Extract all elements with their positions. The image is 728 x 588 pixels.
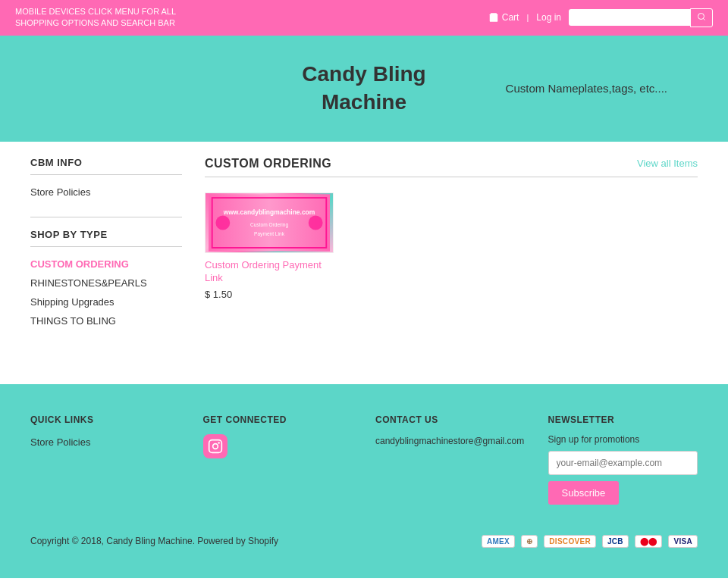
amex-icon: AMEX [482,535,515,548]
visa-icon: VISA [668,535,698,548]
top-bar-message: MOBILE DEVICES CLICK MENU FOR ALL SHOPPI… [15,6,176,30]
mastercard-icon: ⬤⬤ [635,535,663,548]
product-banner-svg: www.candyblingmachine.com Custom Orderin… [209,192,330,253]
svg-point-10 [212,443,218,449]
footer-quick-links-title: QUICK LINKS [30,414,180,425]
footer-newsletter: NEWSLETTER Sign up for promotions Subscr… [548,414,698,505]
main-container: CBM INFO Store Policies SHOP BY TYPE CUS… [0,142,728,369]
svg-point-11 [218,442,220,444]
footer-contact-email: candyblingmachinestore@gmail.com [375,436,524,446]
sidebar-item-things-to-bling[interactable]: THINGS TO BLING [30,311,182,330]
site-tagline: Custom Nameplates,tags, etc.... [506,82,667,95]
sidebar-shop-title: SHOP BY TYPE [30,229,182,247]
login-link[interactable]: Log in [536,12,561,23]
cart-link[interactable]: Cart [488,12,519,23]
cart-label[interactable]: Cart [502,12,519,23]
payment-icons: AMEX ⊕ DISCOVER JCB ⬤⬤ VISA [482,535,698,548]
product-image: www.candyblingmachine.com Custom Orderin… [206,193,333,252]
site-branding: Candy Bling Machine [253,61,475,116]
search-form [569,8,713,27]
sidebar-item-custom-ordering[interactable]: CUSTOM ORDERING [30,255,182,274]
footer-copyright: Copyright © 2018, Candy Bling Machine. P… [30,536,278,546]
footer-grid: QUICK LINKS Store Policies GET CONNECTED… [30,414,698,505]
sidebar-item-rhinestones[interactable]: RHINESTONES&PEARLS [30,274,182,292]
footer-quick-links: QUICK LINKS Store Policies [30,414,180,505]
newsletter-cta: Sign up for promotions [548,434,698,445]
footer-store-policies[interactable]: Store Policies [30,434,180,450]
sidebar-shop-section: SHOP BY TYPE CUSTOM ORDERING RHINESTONES… [30,229,182,330]
search-button[interactable] [690,8,713,27]
diners-icon: ⊕ [521,535,538,548]
svg-point-8 [309,215,323,230]
svg-text:Custom Ordering: Custom Ordering [250,221,288,227]
top-bar: MOBILE DEVICES CLICK MENU FOR ALL SHOPPI… [0,0,728,36]
sidebar-item-shipping[interactable]: Shipping Upgrades [30,292,182,311]
search-input[interactable] [569,9,690,26]
product-price: $ 1.50 [205,289,232,300]
product-card: www.candyblingmachine.com Custom Orderin… [205,192,334,300]
footer-contact: CONTACT US candyblingmachinestore@gmail.… [375,414,526,505]
svg-rect-9 [209,439,221,452]
sidebar-store-policies[interactable]: Store Policies [30,183,182,202]
footer-get-connected-title: GET CONNECTED [203,414,353,425]
site-header: Candy Bling Machine Custom Nameplates,ta… [0,36,728,142]
product-name[interactable]: Custom Ordering Payment Link [205,259,334,285]
newsletter-email-input[interactable] [548,451,698,475]
content-header: CUSTOM ORDERING View all Items [205,157,698,177]
footer-get-connected: GET CONNECTED [203,414,353,505]
sidebar-divider [30,217,182,217]
footer-newsletter-title: NEWSLETTER [548,414,698,425]
content-title: CUSTOM ORDERING [205,157,331,170]
instagram-link[interactable] [203,434,228,458]
footer-contact-title: CONTACT US [375,414,526,425]
content-area: CUSTOM ORDERING View all Items [205,157,698,354]
site-footer: QUICK LINKS Store Policies GET CONNECTED… [0,384,728,578]
svg-point-7 [215,215,230,230]
jcb-icon: JCB [602,535,629,548]
sidebar: CBM INFO Store Policies SHOP BY TYPE CUS… [30,157,182,354]
svg-text:www.candyblingmachine.com: www.candyblingmachine.com [223,208,315,215]
sidebar-info-section: CBM INFO Store Policies [30,157,182,202]
subscribe-button[interactable]: Subscribe [548,481,620,505]
discover-icon: DISCOVER [544,535,596,548]
top-bar-actions: Cart | Log in [488,8,713,27]
product-grid: www.candyblingmachine.com Custom Orderin… [205,192,698,300]
instagram-icon [208,439,223,454]
site-title: Candy Bling Machine [253,61,475,116]
product-image-wrapper: www.candyblingmachine.com Custom Orderin… [205,192,334,253]
search-icon [697,12,706,21]
footer-bottom: Copyright © 2018, Candy Bling Machine. P… [30,527,698,548]
svg-text:Payment Link: Payment Link [254,231,285,237]
divider: | [526,13,529,22]
svg-point-1 [698,13,704,19]
view-all-link[interactable]: View all Items [637,158,698,169]
sidebar-info-title: CBM INFO [30,157,182,175]
cart-icon [488,12,499,23]
